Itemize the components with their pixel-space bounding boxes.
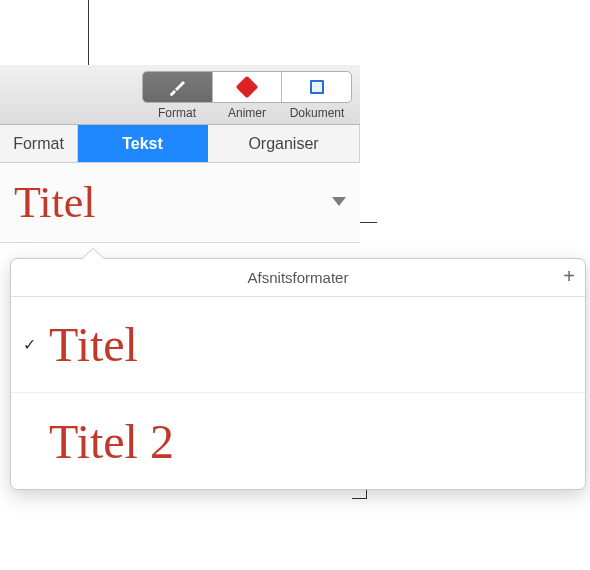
- style-item-titel[interactable]: ✓ Titel: [11, 297, 585, 393]
- toolbar-segmented: [142, 71, 352, 103]
- callout-line: [88, 0, 89, 65]
- chevron-down-icon: [332, 197, 346, 206]
- current-style-label: Titel: [14, 177, 96, 228]
- document-icon: [310, 80, 324, 94]
- tab-arrange[interactable]: Organiser: [208, 125, 360, 162]
- toolbar-label-format: Format: [142, 106, 212, 120]
- style-item-titel-2[interactable]: Titel 2: [11, 393, 585, 489]
- toolbar-tab-animate[interactable]: [213, 72, 283, 102]
- window-toolbar: Format Animer Dokument: [0, 65, 360, 125]
- style-item-label: Titel: [49, 317, 138, 372]
- checkmark-icon: ✓: [23, 335, 43, 354]
- diamond-icon: [236, 76, 259, 99]
- tab-format[interactable]: Format: [0, 125, 78, 162]
- popover-heading-row: Afsnitsformater +: [11, 259, 585, 297]
- inspector-tabs: Format Tekst Organiser: [0, 125, 360, 163]
- toolbar-tab-format[interactable]: [143, 72, 213, 102]
- toolbar-tab-document[interactable]: [282, 72, 351, 102]
- toolbar-label-animate: Animer: [212, 106, 282, 120]
- popover-heading: Afsnitsformater: [248, 269, 349, 286]
- paragraph-style-selector[interactable]: Titel: [0, 163, 360, 243]
- style-item-label: Titel 2: [49, 414, 174, 469]
- add-style-button[interactable]: +: [563, 267, 575, 285]
- inspector-panel: Format Animer Dokument Format Tekst Orga…: [0, 65, 360, 243]
- tab-text[interactable]: Tekst: [78, 125, 208, 162]
- callout-bracket: [352, 498, 366, 499]
- brush-icon: [167, 77, 187, 97]
- toolbar-labels: Format Animer Dokument: [142, 106, 352, 120]
- paragraph-styles-popover: Afsnitsformater + ✓ Titel Titel 2: [10, 258, 586, 490]
- toolbar-label-document: Dokument: [282, 106, 352, 120]
